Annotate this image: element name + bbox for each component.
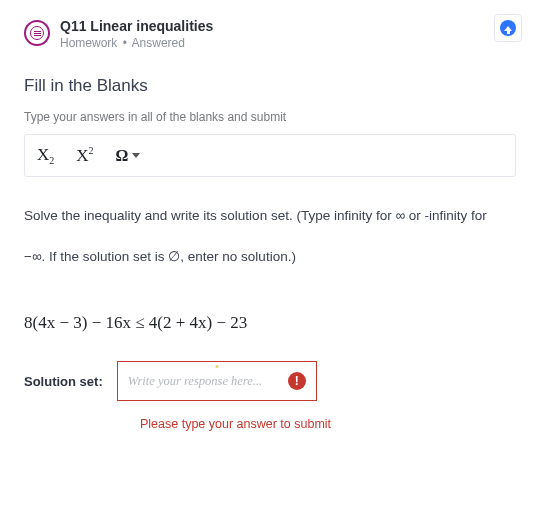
prompt-line-1: Solve the inequality and write its solut… [24, 205, 516, 228]
special-char-button[interactable]: Ω [116, 147, 141, 165]
question-status: Answered [132, 36, 185, 50]
instruction-text: Type your answers in all of the blanks a… [24, 110, 516, 124]
question-prompt: Solve the inequality and write its solut… [24, 205, 516, 269]
chevron-down-icon [132, 153, 140, 158]
superscript-value: 2 [89, 145, 94, 156]
question-header: Q11 Linear inequalities Homework • Answe… [24, 18, 516, 50]
answer-label: Solution set: [24, 374, 103, 389]
chat-bubble-icon [24, 20, 50, 46]
prompt-line-2: −∞. If the solution set is ∅, enter no s… [24, 246, 516, 269]
section-title: Fill in the Blanks [24, 76, 516, 96]
answer-row: Solution set: Write your response here..… [24, 361, 516, 401]
title-block: Q11 Linear inequalities Homework • Answe… [60, 18, 516, 50]
alert-icon: ! [288, 372, 306, 390]
question-title: Q11 Linear inequalities [60, 18, 516, 34]
arrow-up-icon [500, 20, 516, 36]
math-toolbar: X2 X2 Ω [24, 134, 516, 177]
separator-dot: • [123, 36, 127, 50]
error-message: Please type your answer to submit [140, 417, 516, 431]
question-container: Q11 Linear inequalities Homework • Answe… [0, 0, 540, 461]
superscript-x: X [76, 146, 88, 165]
cursor-dot-icon [215, 365, 218, 368]
omega-icon: Ω [116, 147, 129, 165]
answer-input[interactable]: Write your response here... ! [117, 361, 317, 401]
subscript-value: 2 [49, 155, 54, 166]
superscript-button[interactable]: X2 [76, 145, 93, 166]
subscript-x: X [37, 145, 49, 164]
equation-text: 8(4x − 3) − 16x ≤ 4(2 + 4x) − 23 [24, 313, 516, 333]
question-meta: Homework • Answered [60, 36, 516, 50]
subscript-button[interactable]: X2 [37, 145, 54, 166]
answer-placeholder: Write your response here... [128, 374, 280, 389]
scroll-top-button[interactable] [494, 14, 522, 42]
question-type: Homework [60, 36, 117, 50]
